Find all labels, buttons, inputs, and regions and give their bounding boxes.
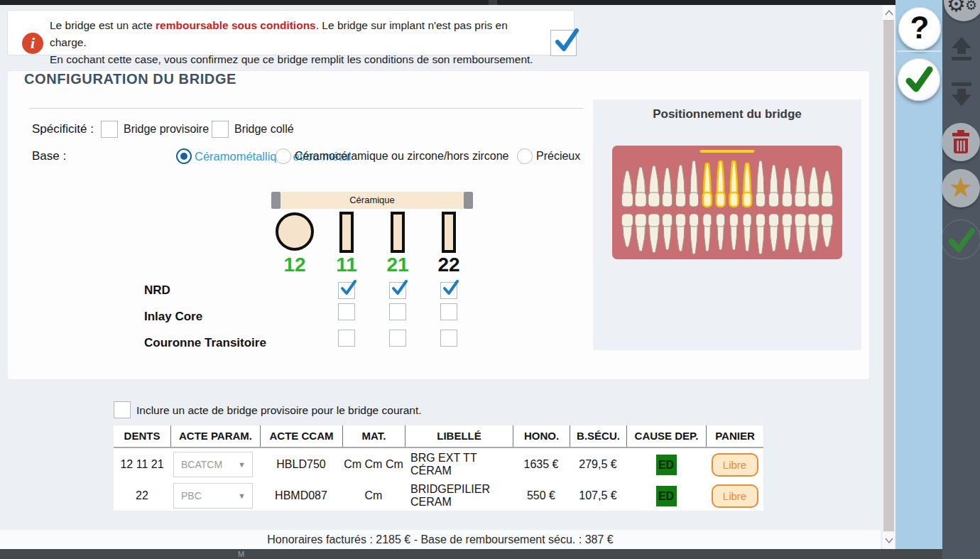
delete-button[interactable] [942, 123, 980, 161]
bridge-colle-checkbox[interactable] [212, 121, 229, 138]
checkmark-icon [442, 278, 460, 297]
bottom-taskbar-edge [0, 549, 946, 559]
positioning-title: Positionnement du bridge [593, 107, 861, 121]
positioning-panel: Positionnement du bridge [593, 99, 861, 350]
help-button[interactable]: ? [898, 7, 941, 50]
header-hono: HONO. [513, 425, 570, 447]
taskbar-m-glyph: M [238, 550, 244, 558]
scroll-up-button[interactable] [883, 6, 895, 20]
bridge-provisoire-checkbox[interactable] [101, 121, 118, 138]
top-window-edge-divider [489, 0, 497, 5]
totals-footer: Honoraires facturés : 2185 € - Base de r… [0, 530, 881, 549]
cell-dents: 12 11 21 [114, 458, 170, 471]
top-window-edge [0, 0, 946, 5]
header-mat: MAT. [342, 425, 405, 447]
inlay-checkbox-22[interactable] [440, 303, 457, 320]
couronne-checkbox-22[interactable] [440, 330, 457, 347]
nrd-checkbox-11[interactable] [338, 282, 355, 299]
header-cause-dep: CAUSE DEP. [626, 425, 706, 447]
ceramique-slider-track[interactable]: Céramique [281, 192, 464, 209]
acte-param-value: PBC [181, 490, 202, 501]
acte-param-select[interactable]: PBC▼ [173, 483, 253, 509]
tooth-22-shape[interactable] [442, 212, 456, 253]
cell-mat: Cm Cm Cm [342, 458, 405, 471]
cell-b-secu: 107,5 € [570, 489, 626, 502]
validate-button[interactable] [898, 58, 940, 101]
move-down-button[interactable] [949, 80, 974, 110]
move-up-button[interactable] [949, 36, 974, 65]
banner-line2: En cochant cette case, vous confirmez qu… [50, 53, 533, 65]
checkmark-icon [339, 278, 358, 297]
cell-hono: 1635 € [513, 458, 570, 471]
scroll-down-button[interactable] [883, 533, 895, 548]
couronne-transitoire-label: Couronne Transitoire [144, 336, 266, 350]
acte-param-select[interactable]: BCATCM▼ [173, 452, 253, 477]
checkmark-icon [391, 278, 409, 297]
header-dents: DENTS [114, 425, 170, 447]
tooth-11-number: 11 [330, 254, 364, 276]
teeth-diagram [612, 146, 842, 259]
tooth-11-shape[interactable] [339, 212, 354, 253]
inlay-checkbox-11[interactable] [338, 303, 355, 320]
gear-icon: ⚙ [965, 0, 977, 13]
side-toolbar: ⚙ ⚙ ★ [942, 0, 980, 559]
panier-libre-button[interactable]: Libre [712, 453, 758, 477]
cell-mat: Cm [342, 489, 405, 502]
acte-param-value: BCATCM [181, 459, 222, 470]
header-acte-param: ACTE PARAM. [170, 425, 260, 447]
reimbursement-banner: i Le bridge est un acte remboursable sou… [7, 10, 575, 55]
banner-line1-strong: remboursable sous conditions [156, 19, 316, 31]
acts-table: DENTS ACTE PARAM. ACTE CCAM MAT. LIBELLÉ… [114, 425, 763, 511]
tooth-12-number: 12 [278, 254, 312, 276]
trash-icon [942, 123, 980, 161]
header-acte-ccam: ACTE CCAM [260, 425, 342, 447]
include-provisoire-checkbox[interactable] [114, 401, 131, 418]
panel-divider [897, 50, 941, 52]
couronne-checkbox-21[interactable] [389, 330, 406, 347]
check-icon [942, 220, 980, 260]
chevron-down-icon: ▼ [238, 484, 246, 508]
couronne-checkbox-11[interactable] [338, 330, 355, 347]
slider-left-handle[interactable] [271, 192, 281, 209]
radio-precieux[interactable] [517, 148, 533, 164]
scrollbar-thumb[interactable] [883, 20, 894, 531]
dental-chart [612, 146, 842, 259]
table-header-row: DENTS ACTE PARAM. ACTE CCAM MAT. LIBELLÉ… [114, 425, 763, 448]
cause-dep-badge: ED [656, 455, 677, 475]
cause-dep-badge: ED [656, 486, 677, 506]
inlay-core-label: Inlay Core [144, 310, 202, 324]
inlay-checkbox-21[interactable] [389, 303, 406, 320]
info-icon: i [22, 33, 43, 54]
settings-button[interactable]: ⚙ ⚙ [944, 0, 980, 21]
bridge-provisoire-label: Bridge provisoire [124, 123, 209, 136]
question-mark-icon: ? [910, 10, 930, 45]
section-divider [29, 108, 583, 109]
cell-hono: 550 € [513, 489, 570, 502]
radio-ceramometallique[interactable] [176, 148, 192, 164]
confirm-conditions-checkbox[interactable] [550, 30, 577, 56]
tooth-21-shape[interactable] [391, 212, 405, 253]
cell-acte-ccam: HBLD750 [260, 458, 342, 471]
table-row: 22 PBC▼ HBMD087 Cm BRIDGEPILIER CERAM 55… [114, 481, 763, 511]
nrd-checkbox-21[interactable] [389, 282, 406, 299]
tooth-21-number: 21 [381, 254, 415, 276]
chevron-down-icon [885, 538, 893, 543]
panier-libre-button[interactable]: Libre [712, 484, 758, 508]
tooth-12-shape[interactable] [276, 212, 314, 251]
radio-precieux-label: Précieux [536, 150, 580, 163]
favorite-button[interactable]: ★ [942, 169, 980, 207]
checkmark-icon [552, 26, 581, 55]
chevron-up-icon [885, 10, 893, 16]
nrd-label: NRD [144, 283, 170, 298]
banner-line1-pre: Le bridge est un acte [50, 19, 156, 31]
base-label: Base : [32, 149, 66, 163]
confirm-button[interactable] [941, 219, 980, 259]
star-icon: ★ [942, 169, 980, 206]
radio-ceramoceramique-label: Céramocéramique ou zircone/hors zircone [295, 150, 508, 163]
include-provisoire-label: Inclure un acte de bridge provisoire pou… [136, 404, 422, 417]
cell-libelle: BRG EXT TT CÉRAM [405, 452, 513, 477]
nrd-checkbox-22[interactable] [440, 282, 457, 299]
radio-ceramoceramique[interactable] [276, 148, 291, 164]
slider-right-handle[interactable] [464, 192, 473, 209]
specificite-label: Spécificité : [32, 122, 94, 136]
